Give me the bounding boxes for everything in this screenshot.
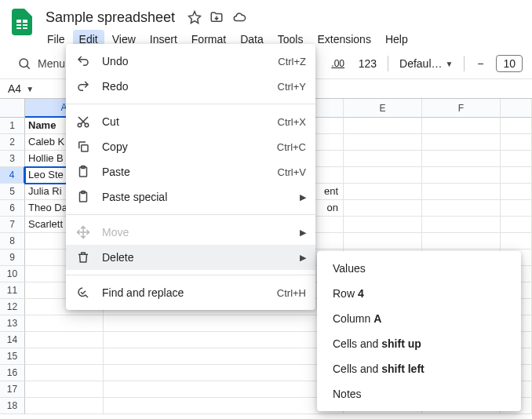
cell[interactable]	[104, 315, 344, 332]
cell[interactable]	[344, 134, 422, 151]
cell[interactable]	[344, 233, 422, 250]
cell[interactable]	[344, 200, 422, 217]
font-size-decrease-button[interactable]: −	[471, 54, 490, 73]
cell[interactable]	[501, 151, 532, 167]
cut-icon	[75, 115, 91, 129]
sheets-logo[interactable]	[9, 9, 35, 35]
cell[interactable]	[422, 167, 501, 184]
cell[interactable]	[25, 381, 104, 398]
row-header[interactable]: 15	[0, 348, 25, 365]
menu-paste[interactable]: Paste Ctrl+V	[66, 159, 315, 184]
row-header[interactable]: 5	[0, 184, 25, 200]
toolbar-search[interactable]: Menu	[9, 53, 73, 74]
col-header-g[interactable]	[501, 99, 532, 118]
cell[interactable]	[422, 217, 501, 233]
menu-paste-special[interactable]: Paste special ▶	[66, 184, 315, 210]
row-header[interactable]: 13	[0, 315, 25, 332]
paste-special-icon	[75, 190, 91, 204]
star-icon[interactable]	[188, 10, 202, 24]
menu-extensions[interactable]: Extensions	[311, 30, 377, 49]
menu-delete[interactable]: Delete ▶	[66, 245, 315, 270]
decrease-decimal-icon[interactable]: .00	[329, 54, 348, 73]
svg-point-4	[85, 123, 89, 127]
cell[interactable]	[25, 348, 104, 365]
cloud-status-icon[interactable]	[231, 10, 247, 24]
row-header[interactable]: 4	[0, 167, 25, 184]
row-header[interactable]: 17	[0, 381, 25, 398]
menu-cut[interactable]: Cut Ctrl+X	[66, 109, 315, 134]
menu-find-replace[interactable]: Find and replace Ctrl+H	[66, 280, 315, 305]
chevron-down-icon: ▼	[446, 60, 454, 68]
cell[interactable]	[344, 217, 422, 233]
submenu-column[interactable]: Column A	[317, 306, 521, 331]
doc-title[interactable]: Sample spreadsheet	[41, 8, 180, 27]
cell[interactable]	[344, 118, 422, 134]
submenu-cells-shift-left[interactable]: Cells and shift left	[317, 356, 521, 381]
cell[interactable]	[501, 200, 532, 217]
toolbar-search-label: Menu	[38, 57, 65, 70]
name-box[interactable]: A4 ▼	[0, 79, 63, 98]
select-all-corner[interactable]	[0, 99, 25, 118]
cell[interactable]	[104, 332, 344, 348]
font-family-dropdown[interactable]: Defaul… ▼	[395, 56, 457, 71]
cell[interactable]	[501, 134, 532, 151]
cell[interactable]	[422, 151, 501, 167]
menu-redo[interactable]: Redo Ctrl+Y	[66, 74, 315, 99]
move-folder-icon[interactable]	[210, 10, 224, 24]
row-header[interactable]: 3	[0, 151, 25, 167]
cell[interactable]	[25, 365, 104, 381]
cell[interactable]	[25, 315, 104, 332]
row-header[interactable]: 7	[0, 217, 25, 233]
cell[interactable]	[501, 118, 532, 134]
menu-copy[interactable]: Copy Ctrl+C	[66, 134, 315, 159]
row-header[interactable]: 10	[0, 266, 25, 282]
cell[interactable]	[104, 398, 344, 414]
cell[interactable]	[104, 381, 344, 398]
cell[interactable]	[501, 167, 532, 184]
menu-move: Move ▶	[66, 220, 315, 245]
row-header[interactable]: 16	[0, 365, 25, 381]
undo-icon	[75, 54, 91, 68]
row-header[interactable]: 12	[0, 299, 25, 315]
row-header[interactable]: 1	[0, 118, 25, 134]
font-size-input[interactable]: 10	[496, 55, 523, 72]
row-header[interactable]: 11	[0, 282, 25, 299]
cell[interactable]	[501, 233, 532, 250]
cell[interactable]	[344, 167, 422, 184]
cell[interactable]	[104, 365, 344, 381]
row-header[interactable]: 8	[0, 233, 25, 250]
chevron-down-icon: ▼	[26, 85, 34, 93]
cell[interactable]	[501, 217, 532, 233]
svg-point-3	[78, 123, 82, 127]
cell[interactable]	[422, 134, 501, 151]
cell[interactable]	[501, 184, 532, 200]
menu-undo[interactable]: Undo Ctrl+Z	[66, 49, 315, 74]
submenu-cells-shift-up[interactable]: Cells and shift up	[317, 331, 521, 356]
cell[interactable]	[344, 151, 422, 167]
cell[interactable]	[25, 398, 104, 414]
col-header-e[interactable]: E	[344, 99, 422, 118]
cell[interactable]	[422, 200, 501, 217]
cell[interactable]	[422, 118, 501, 134]
delete-icon	[75, 250, 91, 264]
cell[interactable]	[422, 233, 501, 250]
submenu-values[interactable]: Values	[317, 256, 521, 281]
find-replace-icon	[75, 286, 91, 300]
row-header[interactable]: 14	[0, 332, 25, 348]
svg-rect-5	[82, 145, 88, 151]
submenu-arrow-icon: ▶	[300, 228, 306, 238]
row-header[interactable]: 6	[0, 200, 25, 217]
row-header[interactable]: 9	[0, 250, 25, 266]
format-123-button[interactable]: 123	[354, 57, 381, 70]
cell[interactable]	[422, 184, 501, 200]
cell[interactable]	[344, 184, 422, 200]
cell[interactable]	[25, 332, 104, 348]
row-header[interactable]: 2	[0, 134, 25, 151]
col-header-f[interactable]: F	[422, 99, 501, 118]
submenu-notes[interactable]: Notes	[317, 381, 521, 406]
edit-dropdown-menu: Undo Ctrl+Z Redo Ctrl+Y Cut Ctrl+X Copy …	[66, 44, 315, 310]
submenu-row[interactable]: Row 4	[317, 281, 521, 306]
row-header[interactable]: 18	[0, 398, 25, 414]
menu-help[interactable]: Help	[379, 30, 414, 49]
cell[interactable]	[104, 348, 344, 365]
